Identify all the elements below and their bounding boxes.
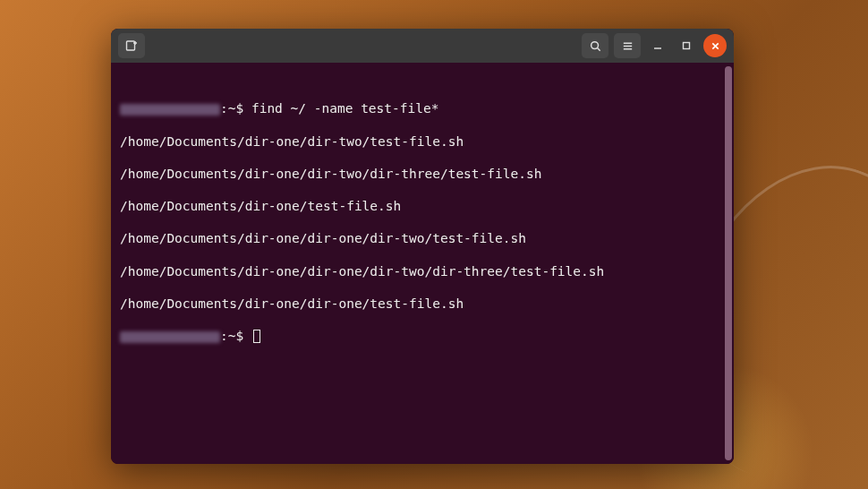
prompt-line-1: :~$ find ~/ -name test-file* (120, 100, 725, 116)
prompt-user-redacted (120, 331, 220, 343)
titlebar-left (118, 33, 145, 58)
cursor (253, 330, 260, 343)
minimize-button[interactable] (646, 34, 669, 57)
close-icon (711, 41, 720, 51)
prompt-line-2: :~$ (120, 328, 725, 344)
svg-rect-9 (684, 43, 690, 49)
svg-point-3 (591, 41, 598, 48)
terminal-window: :~$ find ~/ -name test-file* /home/Docum… (111, 29, 734, 464)
output-line: /home/Documents/dir-one/dir-one/test-fil… (120, 296, 725, 312)
search-button[interactable] (582, 33, 608, 58)
titlebar[interactable] (111, 29, 734, 63)
hamburger-icon (621, 39, 634, 53)
maximize-icon (681, 40, 692, 51)
new-tab-button[interactable] (118, 33, 145, 58)
menu-button[interactable] (614, 33, 641, 58)
output-line: /home/Documents/dir-one/dir-one/dir-two/… (120, 263, 725, 279)
scrollbar[interactable] (725, 66, 732, 460)
prompt-suffix: :~$ (220, 329, 251, 343)
maximize-button[interactable] (675, 34, 698, 57)
svg-line-4 (597, 47, 600, 50)
output-line: /home/Documents/dir-one/test-file.sh (120, 198, 725, 214)
output-line: /home/Documents/dir-one/dir-two/dir-thre… (120, 166, 725, 182)
close-button[interactable] (703, 34, 727, 57)
output-line: /home/Documents/dir-one/dir-one/dir-two/… (120, 230, 725, 246)
minimize-icon (652, 40, 663, 51)
new-tab-icon (124, 39, 139, 53)
output-line: /home/Documents/dir-one/dir-two/test-fil… (120, 133, 725, 150)
search-icon (589, 39, 602, 53)
terminal-body[interactable]: :~$ find ~/ -name test-file* /home/Docum… (111, 63, 734, 464)
prompt-user-redacted (120, 104, 220, 116)
prompt-suffix: :~$ (220, 101, 251, 116)
titlebar-right (582, 33, 727, 58)
command-text: find ~/ -name test-file* (251, 101, 439, 116)
